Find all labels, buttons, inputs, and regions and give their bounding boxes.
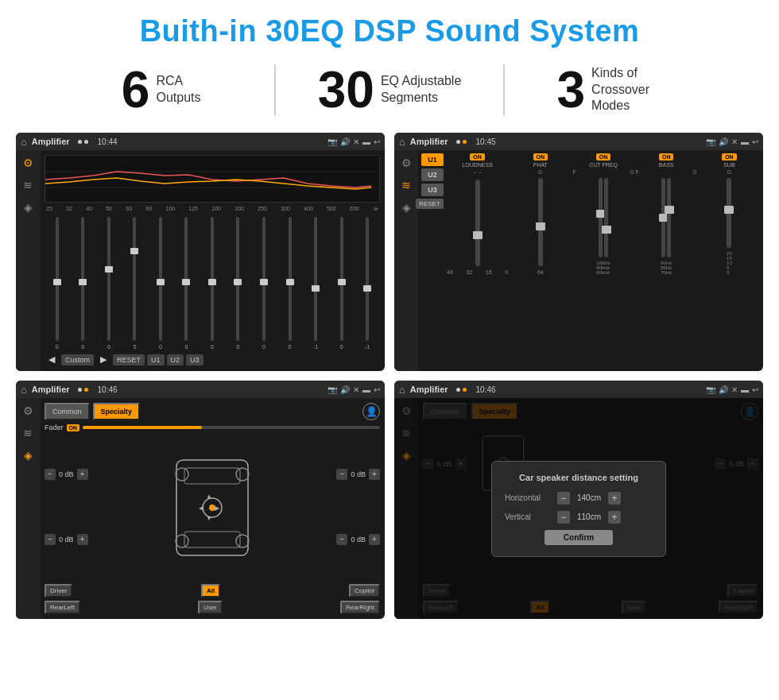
sub-thumb[interactable]: [724, 206, 734, 214]
eq-custom-btn[interactable]: Custom: [61, 354, 94, 365]
eq-play-btn[interactable]: ▶: [96, 353, 110, 366]
slider-track-13[interactable]: [366, 217, 369, 341]
phat-g-label: G: [538, 169, 542, 175]
phat-slider[interactable]: [538, 178, 543, 266]
slider-track-4[interactable]: [133, 217, 136, 341]
slider-col-11: -1: [303, 215, 328, 350]
slider-thumb-7[interactable]: [208, 279, 216, 285]
dialog-vertical-plus[interactable]: +: [608, 511, 621, 524]
dialog-vertical-minus[interactable]: −: [557, 511, 570, 524]
db-minus-bl[interactable]: −: [45, 534, 56, 545]
cross-status-bar: ⌂ Amplifier 10:45 📷 🔊 ✕ ▬ ↩: [394, 133, 763, 150]
cross-wave-icon[interactable]: ≋: [401, 179, 411, 191]
db-minus-tl[interactable]: −: [45, 469, 56, 480]
slider-thumb-13[interactable]: [363, 285, 371, 292]
btn-driver[interactable]: Driver: [45, 584, 72, 598]
btn-copilot[interactable]: Copilot: [349, 584, 380, 598]
slider-track-6[interactable]: [184, 217, 188, 341]
slider-thumb-3[interactable]: [105, 266, 113, 273]
sp-eq-icon[interactable]: ⚙: [23, 404, 33, 417]
cross-eq-icon[interactable]: ⚙: [401, 157, 412, 169]
slider-thumb-1[interactable]: [53, 279, 61, 285]
preset-u1[interactable]: U1: [421, 153, 444, 166]
slider-track-3[interactable]: [107, 217, 110, 341]
btn-rearright[interactable]: RearRight: [340, 601, 380, 614]
eq-side-icons: ⚙ ≋ ◈: [16, 150, 40, 371]
cross-screen-content: ⚙ ≋ ◈ U1 U2 U3 RESET ON LO: [394, 150, 763, 371]
cross-reset-btn[interactable]: RESET: [416, 199, 444, 209]
slider-track-12[interactable]: [340, 217, 343, 341]
db-plus-tl[interactable]: +: [77, 469, 88, 480]
stat-label-crossover: Kinds of Crossover Modes: [591, 65, 679, 114]
slider-thumb-6[interactable]: [182, 279, 190, 285]
sub-slider[interactable]: [727, 178, 731, 248]
crossover-main-area: U1 U2 U3 RESET ON LOUDNESS ~~: [418, 150, 763, 371]
eq-u1-btn[interactable]: U1: [147, 354, 165, 365]
preset-u2[interactable]: U2: [421, 168, 444, 181]
cross-side-icons: ⚙ ≋ ◈: [394, 150, 418, 371]
db-val-bl: 0 dB: [59, 536, 74, 543]
phat-thumb[interactable]: [536, 222, 545, 230]
slider-thumb-9[interactable]: [260, 279, 268, 285]
loudness-thumb[interactable]: [473, 231, 483, 239]
eq-app-name: Amplifier: [32, 137, 70, 146]
slider-track-2[interactable]: [81, 217, 84, 341]
cutfreq-thumb-g[interactable]: [602, 226, 611, 234]
dialog-confirm-button[interactable]: Confirm: [545, 530, 613, 545]
eq-prev-btn[interactable]: ◀: [45, 353, 59, 366]
dialog-horizontal-minus[interactable]: −: [557, 492, 570, 505]
loudness-curve-indicators: ~~: [473, 169, 482, 176]
db-minus-br[interactable]: −: [336, 534, 347, 545]
tab-specialty[interactable]: Specialty: [93, 403, 141, 420]
eq-reset-btn[interactable]: RESET: [113, 354, 145, 365]
eq-u2-btn[interactable]: U2: [167, 354, 184, 365]
eq-icon[interactable]: ⚙: [23, 157, 33, 169]
dlg-back-icon: ↩: [752, 385, 758, 394]
wave-icon[interactable]: ≋: [23, 179, 33, 191]
slider-thumb-8[interactable]: [234, 279, 242, 285]
slider-track-8[interactable]: [236, 217, 239, 341]
stat-label-eq: EQ Adjustable Segments: [381, 73, 461, 106]
slider-thumb-12[interactable]: [338, 279, 346, 285]
bass-thumb-g[interactable]: [665, 206, 674, 214]
slider-thumb-5[interactable]: [157, 279, 165, 285]
db-plus-bl[interactable]: +: [77, 534, 88, 545]
speaker-icon[interactable]: ◈: [24, 201, 33, 214]
cross-minimize-icon: ▬: [741, 137, 749, 146]
loudness-slider[interactable]: [475, 180, 480, 266]
slider-track-11[interactable]: [314, 217, 317, 341]
btn-rearleft[interactable]: RearLeft: [45, 601, 80, 614]
db-val-br: 0 dB: [351, 536, 366, 543]
db-plus-tr[interactable]: +: [369, 469, 380, 480]
slider-track-10[interactable]: [289, 217, 292, 341]
slider-track-5[interactable]: [159, 217, 162, 341]
btn-all[interactable]: All: [201, 584, 220, 598]
slider-thumb-2[interactable]: [79, 279, 87, 285]
cross-speaker-icon[interactable]: ◈: [402, 201, 411, 214]
sp-dot-2: [84, 388, 88, 392]
sp-wave-icon[interactable]: ≋: [23, 427, 33, 439]
bass-slider-f[interactable]: [661, 178, 665, 257]
btn-user[interactable]: User: [198, 601, 223, 614]
cutfreq-slider-f[interactable]: [599, 178, 603, 257]
slider-track-1[interactable]: [56, 217, 59, 341]
bass-slider-g[interactable]: [667, 178, 671, 257]
slider-thumb-11[interactable]: [312, 285, 320, 292]
sp-speaker-icon[interactable]: ◈: [24, 449, 33, 462]
tab-common[interactable]: Common: [45, 403, 90, 420]
cutfreq-slider-g[interactable]: [604, 178, 608, 257]
fader-track[interactable]: [83, 426, 380, 429]
eq-u3-btn[interactable]: U3: [186, 354, 203, 365]
db-minus-tr[interactable]: −: [336, 469, 347, 480]
dialog-horizontal-plus[interactable]: +: [608, 492, 621, 505]
slider-col-2: 0: [71, 215, 96, 350]
eq-screen-card: ⌂ Amplifier 10:44 📷 🔊 ✕ ▬ ↩ ⚙ ≋ ◈: [16, 133, 385, 371]
db-control-bl: − 0 dB +: [45, 534, 88, 545]
db-plus-br[interactable]: +: [369, 534, 380, 545]
slider-track-7[interactable]: [211, 217, 214, 341]
camera-icon: 📷: [327, 137, 337, 146]
preset-u3[interactable]: U3: [421, 184, 444, 196]
slider-thumb-4[interactable]: [130, 248, 138, 254]
slider-track-9[interactable]: [262, 217, 265, 341]
slider-thumb-10[interactable]: [286, 279, 294, 285]
